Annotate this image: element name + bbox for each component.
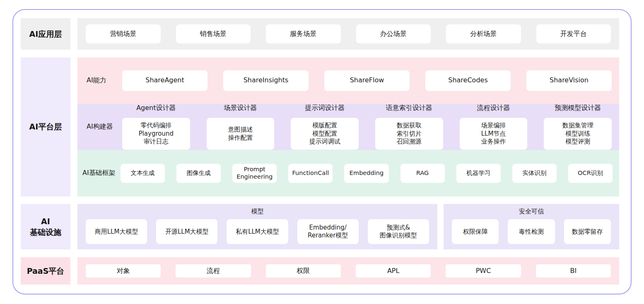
framework-box: FunctionCall <box>288 164 333 183</box>
app-scenario-box: 服务场景 <box>266 24 341 43</box>
ai-platform-stack: AI能力 ShareAgent ShareInsights ShareFlow … <box>77 57 619 196</box>
builder-band-label: AI构建器 <box>87 122 122 131</box>
capability-box: ShareVision <box>526 70 612 91</box>
model-box: 私有LLM大模型 <box>227 219 288 244</box>
layer-label-ai-infrastructure: AI 基础设施 <box>21 204 70 249</box>
app-scenario-box: 开发平台 <box>536 24 611 43</box>
row-paas-platform: PaaS平台 对象 流程 权限 APL PWC BI <box>21 257 619 285</box>
paas-box: APL <box>356 264 431 278</box>
designer-feature-box: 模版配置 模型配置 提示词调试 <box>291 118 359 150</box>
paas-box: PWC <box>446 264 521 278</box>
framework-box: 文本生成 <box>121 164 165 183</box>
designer-feature-box: 零代码编排 Playground 审计日志 <box>122 118 190 150</box>
layer-label-ai-platform: AI平台层 <box>21 57 70 196</box>
security-box: 权限保障 <box>452 219 499 244</box>
designer-title: 预测模型设计器 <box>555 104 601 113</box>
framework-box: 实体识别 <box>512 164 557 183</box>
designer-title: Agent设计器 <box>136 104 176 113</box>
designer-feature-box: 意图描述 操作配置 <box>207 118 275 150</box>
paas-box: 对象 <box>86 264 161 278</box>
layer-label-ai-application: AI应用层 <box>21 18 70 50</box>
security-group-title: 安全可信 <box>452 208 611 215</box>
capability-boxes: ShareAgent ShareInsights ShareFlow Share… <box>122 70 612 91</box>
ai-capability-band: AI能力 ShareAgent ShareInsights ShareFlow … <box>77 57 619 104</box>
layer-label-paas: PaaS平台 <box>21 257 70 285</box>
designer-column: 场景设计器 意图描述 操作配置 <box>207 104 275 150</box>
security-box: 数据零留存 <box>564 219 611 244</box>
security-group: 安全可信 权限保障 毒性检测 数据零留存 <box>444 204 619 249</box>
capability-band-label: AI能力 <box>87 76 122 85</box>
paas-box: BI <box>536 264 611 278</box>
model-box: 开源LLM大模型 <box>156 219 217 244</box>
builder-designer-columns: Agent设计器 零代码编排 Playground 审计日志 场景设计器 意图描… <box>122 104 612 150</box>
model-box: 商用LLM大模型 <box>86 219 147 244</box>
model-group-title: 模型 <box>86 208 429 215</box>
paas-box: 权限 <box>266 264 341 278</box>
designer-feature-box: 数据获取 索引切片 召回溯源 <box>375 118 443 150</box>
row-ai-application-layer: AI应用层 营销场景 销售场景 服务场景 办公场景 分析场景 开发平台 <box>21 18 619 50</box>
row-ai-infrastructure: AI 基础设施 模型 商用LLM大模型 开源LLM大模型 私有LLM大模型 Em… <box>21 204 619 249</box>
designer-title: 流程设计器 <box>477 104 510 113</box>
designer-column: 语意索引设计器 数据获取 索引切片 召回溯源 <box>375 104 443 150</box>
designer-title: 语意索引设计器 <box>386 104 432 113</box>
ai-application-band: 营销场景 销售场景 服务场景 办公场景 分析场景 开发平台 <box>77 18 619 50</box>
capability-box: ShareFlow <box>324 70 410 91</box>
designer-column: 流程设计器 场景编排 LLM节点 业务操作 <box>460 104 528 150</box>
framework-band-label: AI基础框架 <box>82 169 121 177</box>
infrastructure-groups: 模型 商用LLM大模型 开源LLM大模型 私有LLM大模型 Embedding/… <box>77 204 619 249</box>
app-scenario-box: 销售场景 <box>176 24 251 43</box>
ai-framework-band: AI基础框架 文本生成 图像生成 Prompt Engineering Func… <box>77 150 619 196</box>
framework-box: 图像生成 <box>176 164 221 183</box>
designer-column: 预测模型设计器 数据集管理 模型训练 模型评测 <box>544 104 612 150</box>
capability-box: ShareAgent <box>122 70 207 91</box>
designer-column: Agent设计器 零代码编排 Playground 审计日志 <box>122 104 190 150</box>
ai-builder-band: AI构建器 Agent设计器 零代码编排 Playground 审计日志 场景设… <box>77 104 619 150</box>
paas-band: 对象 流程 权限 APL PWC BI <box>77 257 619 285</box>
model-box: Embedding/ Reranker模型 <box>297 219 359 244</box>
framework-box: Embedding <box>344 164 388 183</box>
framework-boxes: 文本生成 图像生成 Prompt Engineering FunctionCal… <box>121 164 613 183</box>
framework-box: OCR识别 <box>568 164 613 183</box>
designer-title: 提示词设计器 <box>305 104 345 113</box>
framework-box: RAG <box>400 164 445 183</box>
architecture-diagram: AI应用层 营销场景 销售场景 服务场景 办公场景 分析场景 开发平台 AI平 <box>12 9 632 294</box>
security-box: 毒性检测 <box>508 219 555 244</box>
capability-box: ShareCodes <box>425 70 511 91</box>
model-group: 模型 商用LLM大模型 开源LLM大模型 私有LLM大模型 Embedding/… <box>77 204 437 249</box>
designer-title: 场景设计器 <box>224 104 257 113</box>
framework-box: 机器学习 <box>456 164 501 183</box>
designer-column: 提示词设计器 模版配置 模型配置 提示词调试 <box>291 104 359 150</box>
model-boxes: 商用LLM大模型 开源LLM大模型 私有LLM大模型 Embedding/ Re… <box>86 219 429 244</box>
framework-box: Prompt Engineering <box>232 164 277 183</box>
designer-feature-box: 数据集管理 模型训练 模型评测 <box>544 118 612 150</box>
designer-feature-box: 场景编排 LLM节点 业务操作 <box>460 118 528 150</box>
security-boxes: 权限保障 毒性检测 数据零留存 <box>452 219 611 244</box>
app-scenario-boxes: 营销场景 销售场景 服务场景 办公场景 分析场景 开发平台 <box>86 24 611 43</box>
capability-box: ShareInsights <box>223 70 309 91</box>
paas-box: 流程 <box>176 264 251 278</box>
model-box: 预测式& 图像识别模型 <box>368 219 429 244</box>
app-scenario-box: 营销场景 <box>86 24 161 43</box>
app-scenario-box: 办公场景 <box>356 24 431 43</box>
row-ai-platform-layer: AI平台层 AI能力 ShareAgent ShareInsights Shar… <box>21 57 619 196</box>
paas-boxes: 对象 流程 权限 APL PWC BI <box>86 264 611 278</box>
app-scenario-box: 分析场景 <box>446 24 521 43</box>
